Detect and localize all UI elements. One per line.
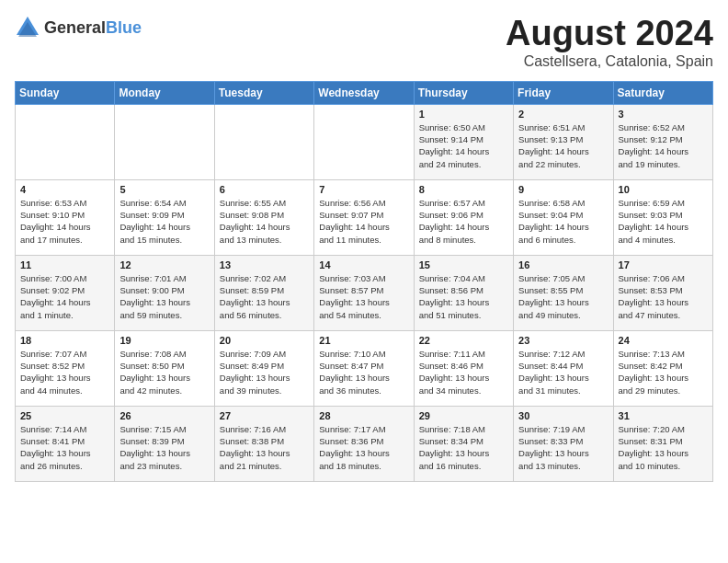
day-number: 1 xyxy=(419,109,508,120)
location-title: Castellsera, Catalonia, Spain xyxy=(506,53,713,70)
day-number: 21 xyxy=(319,335,408,346)
day-info: Sunrise: 7:06 AM Sunset: 8:53 PM Dayligh… xyxy=(619,272,708,321)
page-header: GeneralBlue August 2024 Castellsera, Cat… xyxy=(15,15,713,70)
day-info: Sunrise: 7:11 AM Sunset: 8:46 PM Dayligh… xyxy=(419,348,508,396)
day-number: 7 xyxy=(319,184,408,195)
day-info: Sunrise: 6:57 AM Sunset: 9:06 PM Dayligh… xyxy=(419,197,508,246)
calendar-day-31: 31Sunrise: 7:20 AM Sunset: 8:31 PM Dayli… xyxy=(613,406,712,481)
day-info: Sunrise: 6:50 AM Sunset: 9:14 PM Dayligh… xyxy=(419,121,508,170)
calendar-day-4: 4Sunrise: 6:53 AM Sunset: 9:10 PM Daylig… xyxy=(16,179,115,255)
calendar-day-3: 3Sunrise: 6:52 AM Sunset: 9:12 PM Daylig… xyxy=(613,104,712,179)
calendar-day-20: 20Sunrise: 7:09 AM Sunset: 8:49 PM Dayli… xyxy=(214,330,313,406)
day-number: 25 xyxy=(20,410,109,421)
calendar-day-7: 7Sunrise: 6:56 AM Sunset: 9:07 PM Daylig… xyxy=(314,179,414,255)
day-info: Sunrise: 6:53 AM Sunset: 9:10 PM Dayligh… xyxy=(20,197,109,246)
day-number: 14 xyxy=(319,259,408,270)
day-info: Sunrise: 7:10 AM Sunset: 8:47 PM Dayligh… xyxy=(319,348,408,396)
calendar-empty-cell xyxy=(115,104,214,179)
day-info: Sunrise: 6:59 AM Sunset: 9:03 PM Dayligh… xyxy=(619,197,708,246)
day-number: 15 xyxy=(419,259,508,270)
calendar-day-21: 21Sunrise: 7:10 AM Sunset: 8:47 PM Dayli… xyxy=(314,330,414,406)
logo: GeneralBlue xyxy=(15,15,142,40)
header-day-sunday: Sunday xyxy=(16,81,115,104)
calendar-day-16: 16Sunrise: 7:05 AM Sunset: 8:55 PM Dayli… xyxy=(514,255,613,330)
header-day-tuesday: Tuesday xyxy=(214,81,313,104)
day-info: Sunrise: 7:15 AM Sunset: 8:39 PM Dayligh… xyxy=(119,423,209,472)
calendar-week-row: 4Sunrise: 6:53 AM Sunset: 9:10 PM Daylig… xyxy=(16,179,713,255)
header-day-thursday: Thursday xyxy=(414,81,513,104)
day-number: 13 xyxy=(220,259,309,270)
day-number: 30 xyxy=(518,410,608,421)
day-number: 9 xyxy=(518,184,608,195)
calendar-day-15: 15Sunrise: 7:04 AM Sunset: 8:56 PM Dayli… xyxy=(414,255,513,330)
calendar-day-2: 2Sunrise: 6:51 AM Sunset: 9:13 PM Daylig… xyxy=(514,104,613,179)
day-info: Sunrise: 7:03 AM Sunset: 8:57 PM Dayligh… xyxy=(319,272,408,321)
calendar-empty-cell xyxy=(214,104,313,179)
day-number: 18 xyxy=(20,335,109,346)
day-number: 2 xyxy=(518,109,608,120)
calendar-day-8: 8Sunrise: 6:57 AM Sunset: 9:06 PM Daylig… xyxy=(414,179,513,255)
header-day-wednesday: Wednesday xyxy=(314,81,414,104)
day-info: Sunrise: 6:52 AM Sunset: 9:12 PM Dayligh… xyxy=(619,121,708,170)
day-info: Sunrise: 7:19 AM Sunset: 8:33 PM Dayligh… xyxy=(518,423,608,472)
day-info: Sunrise: 7:13 AM Sunset: 8:42 PM Dayligh… xyxy=(619,348,708,396)
day-number: 4 xyxy=(20,184,109,195)
day-info: Sunrise: 6:56 AM Sunset: 9:07 PM Dayligh… xyxy=(319,197,408,246)
day-info: Sunrise: 7:01 AM Sunset: 9:00 PM Dayligh… xyxy=(119,272,209,321)
day-info: Sunrise: 7:18 AM Sunset: 8:34 PM Dayligh… xyxy=(419,423,508,472)
calendar-day-5: 5Sunrise: 6:54 AM Sunset: 9:09 PM Daylig… xyxy=(115,179,214,255)
calendar-week-row: 11Sunrise: 7:00 AM Sunset: 9:02 PM Dayli… xyxy=(16,255,713,330)
day-number: 24 xyxy=(619,335,708,346)
calendar-day-18: 18Sunrise: 7:07 AM Sunset: 8:52 PM Dayli… xyxy=(16,330,115,406)
calendar-day-19: 19Sunrise: 7:08 AM Sunset: 8:50 PM Dayli… xyxy=(115,330,214,406)
day-info: Sunrise: 7:16 AM Sunset: 8:38 PM Dayligh… xyxy=(220,423,309,472)
day-number: 19 xyxy=(119,335,209,346)
calendar-day-9: 9Sunrise: 6:58 AM Sunset: 9:04 PM Daylig… xyxy=(514,179,613,255)
calendar-day-25: 25Sunrise: 7:14 AM Sunset: 8:41 PM Dayli… xyxy=(16,406,115,481)
calendar-empty-cell xyxy=(314,104,414,179)
calendar-day-1: 1Sunrise: 6:50 AM Sunset: 9:14 PM Daylig… xyxy=(414,104,513,179)
day-info: Sunrise: 6:51 AM Sunset: 9:13 PM Dayligh… xyxy=(518,121,608,170)
calendar-day-11: 11Sunrise: 7:00 AM Sunset: 9:02 PM Dayli… xyxy=(16,255,115,330)
day-number: 10 xyxy=(619,184,708,195)
calendar-week-row: 25Sunrise: 7:14 AM Sunset: 8:41 PM Dayli… xyxy=(16,406,713,481)
day-number: 31 xyxy=(619,410,708,421)
day-number: 8 xyxy=(419,184,508,195)
day-number: 23 xyxy=(518,335,608,346)
calendar-day-23: 23Sunrise: 7:12 AM Sunset: 8:44 PM Dayli… xyxy=(514,330,613,406)
header-day-saturday: Saturday xyxy=(613,81,712,104)
day-number: 12 xyxy=(119,259,209,270)
day-info: Sunrise: 7:05 AM Sunset: 8:55 PM Dayligh… xyxy=(518,272,608,321)
day-number: 27 xyxy=(220,410,309,421)
day-info: Sunrise: 7:00 AM Sunset: 9:02 PM Dayligh… xyxy=(20,272,109,321)
calendar-day-6: 6Sunrise: 6:55 AM Sunset: 9:08 PM Daylig… xyxy=(214,179,313,255)
calendar-week-row: 18Sunrise: 7:07 AM Sunset: 8:52 PM Dayli… xyxy=(16,330,713,406)
header-day-friday: Friday xyxy=(514,81,613,104)
day-info: Sunrise: 6:54 AM Sunset: 9:09 PM Dayligh… xyxy=(119,197,209,246)
calendar-day-28: 28Sunrise: 7:17 AM Sunset: 8:36 PM Dayli… xyxy=(314,406,414,481)
day-number: 20 xyxy=(220,335,309,346)
day-info: Sunrise: 7:12 AM Sunset: 8:44 PM Dayligh… xyxy=(518,348,608,396)
calendar-day-26: 26Sunrise: 7:15 AM Sunset: 8:39 PM Dayli… xyxy=(115,406,214,481)
day-info: Sunrise: 6:55 AM Sunset: 9:08 PM Dayligh… xyxy=(220,197,309,246)
day-info: Sunrise: 7:17 AM Sunset: 8:36 PM Dayligh… xyxy=(319,423,408,472)
day-info: Sunrise: 7:04 AM Sunset: 8:56 PM Dayligh… xyxy=(419,272,508,321)
logo-general: General xyxy=(44,18,106,37)
calendar-week-row: 1Sunrise: 6:50 AM Sunset: 9:14 PM Daylig… xyxy=(16,104,713,179)
calendar-day-17: 17Sunrise: 7:06 AM Sunset: 8:53 PM Dayli… xyxy=(613,255,712,330)
day-info: Sunrise: 6:58 AM Sunset: 9:04 PM Dayligh… xyxy=(518,197,608,246)
day-info: Sunrise: 7:20 AM Sunset: 8:31 PM Dayligh… xyxy=(619,423,708,472)
calendar-empty-cell xyxy=(16,104,115,179)
month-year-title: August 2024 xyxy=(506,15,713,53)
calendar-table: SundayMondayTuesdayWednesdayThursdayFrid… xyxy=(15,81,713,482)
calendar-day-30: 30Sunrise: 7:19 AM Sunset: 8:33 PM Dayli… xyxy=(514,406,613,481)
day-number: 17 xyxy=(619,259,708,270)
calendar-day-27: 27Sunrise: 7:16 AM Sunset: 8:38 PM Dayli… xyxy=(214,406,313,481)
day-info: Sunrise: 7:08 AM Sunset: 8:50 PM Dayligh… xyxy=(119,348,209,396)
calendar-header-row: SundayMondayTuesdayWednesdayThursdayFrid… xyxy=(16,81,713,104)
day-number: 29 xyxy=(419,410,508,421)
day-number: 6 xyxy=(220,184,309,195)
day-number: 16 xyxy=(518,259,608,270)
logo-icon xyxy=(15,15,40,40)
day-info: Sunrise: 7:07 AM Sunset: 8:52 PM Dayligh… xyxy=(20,348,109,396)
